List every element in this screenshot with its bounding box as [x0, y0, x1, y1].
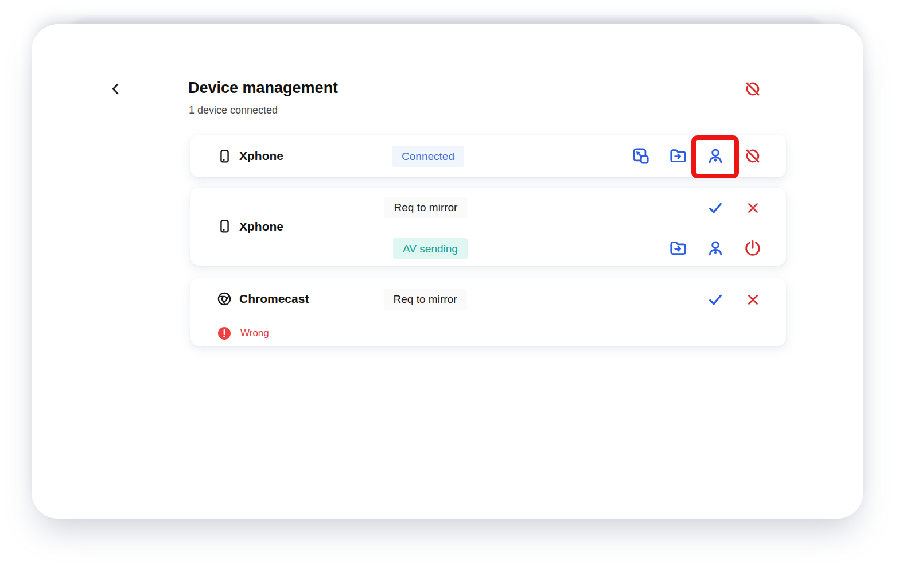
link-off-icon: [743, 146, 763, 166]
device-name: Xphone: [239, 188, 283, 266]
page-title: Device management: [188, 79, 338, 97]
device-name: Xphone: [239, 135, 283, 177]
profile-icon: [706, 146, 725, 166]
x-icon: [745, 291, 761, 308]
column-separator: [376, 200, 376, 216]
profile-button[interactable]: [704, 145, 727, 168]
power-icon: [743, 239, 763, 258]
profile-icon: [706, 239, 725, 258]
accept-request-button[interactable]: [704, 196, 727, 219]
screen-mirror-button[interactable]: [629, 145, 652, 168]
status-label-mirror-request: Req to mirror: [384, 197, 468, 218]
link-off-icon: [743, 79, 763, 99]
screen-mirror-icon: [631, 146, 651, 166]
check-icon: [707, 199, 724, 216]
status-label-mirror-request: Req to mirror: [384, 289, 467, 310]
power-off-button[interactable]: [741, 237, 764, 260]
disconnect-device-button[interactable]: [741, 145, 764, 168]
device-management-panel: Device management 1 device connected Xph…: [32, 24, 863, 519]
alert-icon: [217, 326, 232, 341]
column-separator: [574, 147, 574, 165]
smartphone-icon: [217, 219, 232, 234]
accept-request-button[interactable]: [704, 288, 727, 311]
smartphone-icon: [217, 149, 232, 164]
x-icon: [745, 200, 761, 216]
column-separator: [574, 200, 574, 216]
device-row-requesting-xphone: Xphone Req to mirror AV sending: [190, 188, 786, 266]
chevron-left-icon: [108, 81, 123, 96]
column-separator: [376, 291, 376, 307]
file-transfer-button[interactable]: [667, 237, 690, 260]
file-transfer-button[interactable]: [667, 145, 690, 168]
folder-send-icon: [668, 146, 688, 166]
status-badge-connected: Connected: [392, 146, 464, 167]
reject-request-button[interactable]: [741, 196, 764, 219]
chromecast-icon: [216, 291, 232, 307]
device-name: Chromecast: [239, 278, 309, 320]
device-row-chromecast: Chromecast Req to mirror Wrong: [190, 278, 786, 346]
column-separator: [376, 240, 376, 256]
folder-send-icon: [668, 239, 688, 258]
check-icon: [707, 291, 724, 308]
error-label: Wrong: [240, 326, 269, 341]
column-separator: [376, 147, 376, 165]
profile-button[interactable]: [704, 237, 727, 260]
back-button[interactable]: [104, 77, 127, 100]
status-badge-av-sending: AV sending: [393, 238, 468, 259]
reject-request-button[interactable]: [741, 288, 764, 311]
column-separator: [574, 240, 574, 256]
row-divider: [214, 320, 777, 320]
page-subtitle: 1 device connected: [189, 103, 278, 117]
disconnect-all-button[interactable]: [740, 76, 765, 102]
device-row-connected-xphone: Xphone Connected: [190, 135, 786, 177]
device-management-screen: Device management 1 device connected Xph…: [0, 0, 918, 588]
row-divider: [372, 228, 777, 228]
column-separator: [574, 291, 574, 307]
